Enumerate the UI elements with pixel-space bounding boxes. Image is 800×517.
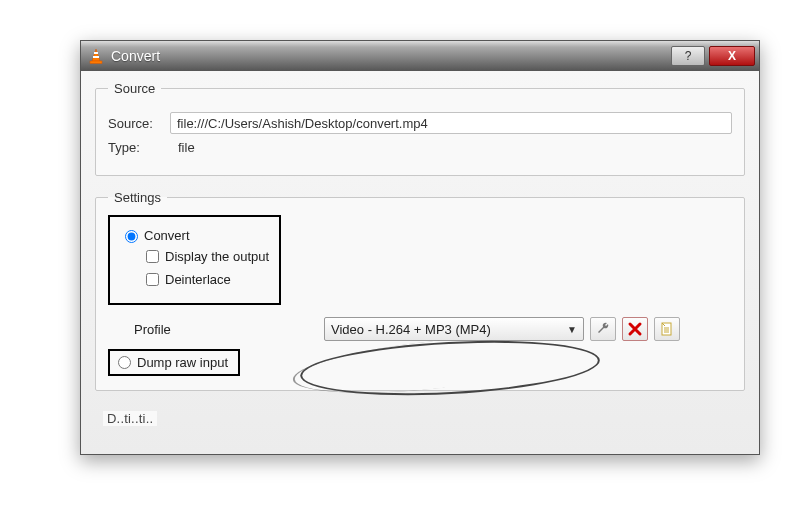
svg-rect-3 — [90, 61, 102, 64]
display-output-checkbox[interactable] — [146, 250, 159, 263]
dialog-body: Source Source: file:///C:/Users/Ashish/D… — [81, 71, 759, 454]
dump-raw-input-radio[interactable] — [118, 356, 131, 369]
destination-legend-partial: D..ti..ti.. — [95, 405, 745, 420]
svg-marker-0 — [92, 49, 100, 61]
convert-highlight-annotation: Convert Display the output Deinterlace — [108, 215, 281, 305]
titlebar[interactable]: Convert ? X — [81, 41, 759, 71]
source-label: Source: — [108, 116, 170, 131]
window-title: Convert — [111, 48, 667, 64]
help-button[interactable]: ? — [671, 46, 705, 66]
convert-radio-label: Convert — [144, 228, 190, 243]
type-value: file — [170, 140, 195, 155]
new-profile-button[interactable] — [654, 317, 680, 341]
dump-raw-input-label: Dump raw input — [137, 355, 228, 370]
settings-group: Settings Convert Display the output Dein… — [95, 190, 745, 391]
convert-dialog: Convert ? X Source Source: file:///C:/Us… — [80, 40, 760, 455]
type-label: Type: — [108, 140, 170, 155]
convert-radio[interactable] — [125, 230, 138, 243]
delete-profile-button[interactable] — [622, 317, 648, 341]
profile-select[interactable]: Video - H.264 + MP3 (MP4) ▼ — [324, 317, 584, 341]
svg-rect-1 — [94, 52, 98, 54]
dump-highlight-annotation: Dump raw input — [108, 349, 240, 376]
display-output-label: Display the output — [165, 249, 269, 264]
deinterlace-label: Deinterlace — [165, 272, 231, 287]
delete-x-icon — [627, 321, 643, 337]
source-group: Source Source: file:///C:/Users/Ashish/D… — [95, 81, 745, 176]
settings-legend: Settings — [108, 190, 167, 205]
vlc-cone-icon — [87, 47, 105, 65]
profile-row: Profile Video - H.264 + MP3 (MP4) ▼ — [112, 317, 732, 341]
svg-rect-2 — [93, 56, 99, 58]
profile-label: Profile — [134, 322, 234, 337]
source-field[interactable]: file:///C:/Users/Ashish/Desktop/convert.… — [170, 112, 732, 134]
chevron-down-icon: ▼ — [567, 324, 577, 335]
edit-profile-button[interactable] — [590, 317, 616, 341]
deinterlace-checkbox[interactable] — [146, 273, 159, 286]
profile-select-value: Video - H.264 + MP3 (MP4) — [331, 322, 491, 337]
source-legend: Source — [108, 81, 161, 96]
new-profile-icon — [659, 321, 675, 337]
close-button[interactable]: X — [709, 46, 755, 66]
wrench-icon — [595, 321, 611, 337]
bottom-fade — [0, 495, 800, 517]
